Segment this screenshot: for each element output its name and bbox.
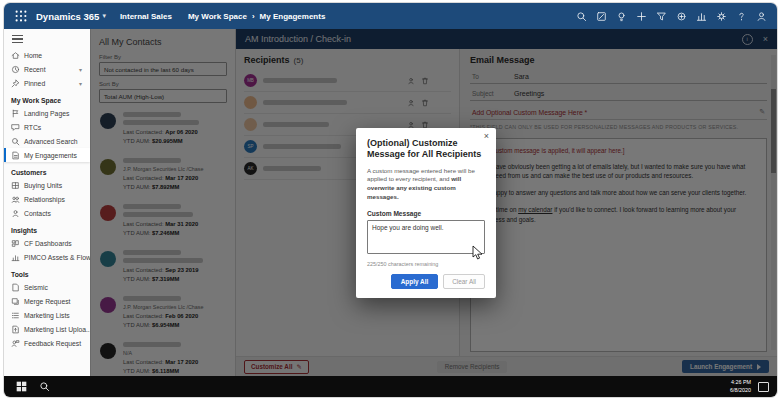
quick-create-plus-icon[interactable]	[635, 10, 647, 22]
sidebar-item-label: Pinned	[24, 80, 45, 87]
assets-chart-icon	[11, 253, 20, 262]
top-nav-bar: Dynamics 365 ▾ Internal Sales My Work Sp…	[4, 3, 777, 29]
clock[interactable]: 4:26 PM6/8/2020	[730, 379, 751, 394]
breadcrumb-parent[interactable]: My Work Space	[188, 12, 247, 21]
search-icon	[11, 137, 20, 146]
sidebar-item-feedback-request[interactable]: Feedback Request	[4, 336, 90, 350]
sidebar-item-label: Home	[24, 52, 42, 59]
feedback-icon	[11, 339, 20, 348]
landing-pages-icon	[11, 109, 20, 118]
dialog-description: A custom message entered here will be ap…	[367, 167, 485, 203]
breadcrumb-separator-icon: ›	[252, 12, 255, 21]
sidebar-item-contacts[interactable]: Contacts	[4, 206, 90, 220]
sidebar-item-my-engagements[interactable]: My Engagements	[4, 148, 90, 162]
merge-icon	[11, 297, 20, 306]
sidebar-item-pimco-assets-flows[interactable]: PIMCO Assets & Flows	[4, 250, 90, 264]
customize-message-dialog: × (Optional) Customize Message for All R…	[356, 128, 496, 298]
topbar-actions	[575, 10, 777, 22]
waffle-icon[interactable]	[14, 9, 28, 23]
sidebar-item-marketing-lists[interactable]: Marketing Lists	[4, 308, 90, 322]
taskbar-search-icon[interactable]	[39, 381, 50, 392]
sidebar-item-label: Recent	[24, 66, 46, 73]
sidebar-item-label: Contacts	[24, 210, 51, 217]
sidebar-section-tools: Tools	[4, 264, 90, 280]
help-icon[interactable]	[735, 10, 747, 22]
notification-center-icon[interactable]	[758, 382, 769, 392]
sidebar-item-relationships[interactable]: Relationships	[4, 192, 90, 206]
sidebar-toggle-icon[interactable]	[12, 35, 23, 43]
sidebar-section-customers: Customers	[4, 162, 90, 178]
sidebar-item-label: RTCs	[24, 124, 41, 131]
lists-icon	[11, 311, 20, 320]
sidebar-item-label: Marketing List Uploa...	[24, 326, 91, 333]
sidebar-item-label: Relationships	[24, 196, 65, 203]
settings-gear-icon[interactable]	[715, 10, 727, 22]
chevron-down-icon[interactable]: ▾	[102, 12, 106, 20]
characters-remaining: 225/250 characters remaining	[367, 261, 485, 267]
search-icon[interactable]	[575, 10, 587, 22]
sidebar-item-label: Landing Pages	[24, 110, 69, 117]
pin-icon	[11, 79, 20, 88]
sidebar-section-my-work-space: My Work Space	[4, 90, 90, 106]
sidebar-item-buying-units[interactable]: Buying Units	[4, 178, 90, 192]
upload-icon	[11, 325, 20, 334]
dialog-title: (Optional) Customize Message for All Rec…	[367, 138, 485, 161]
close-icon[interactable]: ×	[484, 132, 489, 141]
mouse-cursor	[472, 245, 483, 264]
breadcrumb-current[interactable]: My Engagements	[260, 12, 326, 21]
sidebar-item-label: Advanced Search	[24, 138, 78, 145]
time: 4:26 PM	[731, 379, 751, 385]
contact-person-icon	[11, 209, 20, 218]
sidebar-item-merge-request[interactable]: Merge Request	[4, 294, 90, 308]
chevron-down-icon[interactable]: ▾	[79, 80, 86, 87]
app-window: Dynamics 365 ▾ Internal Sales My Work Sp…	[3, 2, 778, 398]
windows-taskbar: 4:26 PM6/8/2020	[4, 376, 777, 397]
date: 6/8/2020	[730, 387, 751, 393]
app-name[interactable]: Internal Sales	[120, 12, 172, 21]
clock-icon	[11, 65, 20, 74]
relationships-icon	[11, 195, 20, 204]
product-title[interactable]: Dynamics 365	[36, 11, 99, 22]
chevron-down-icon[interactable]: ▾	[79, 66, 86, 73]
insights-chart-icon[interactable]	[695, 10, 707, 22]
custom-message-label: Custom Message	[367, 210, 485, 217]
sidebar-item-label: Buying Units	[24, 182, 62, 189]
sidebar: Home Recent ▾ Pinned ▾ My Work Space Lan…	[4, 29, 91, 376]
sidebar-item-seismic[interactable]: Seismic	[4, 280, 90, 294]
sidebar-item-home[interactable]: Home	[4, 48, 90, 62]
sidebar-item-label: Merge Request	[24, 298, 70, 305]
sidebar-item-label: Marketing Lists	[24, 312, 70, 319]
screen: Dynamics 365 ▾ Internal Sales My Work Sp…	[0, 0, 780, 400]
chat-icon	[11, 123, 20, 132]
account-icon[interactable]	[755, 10, 767, 22]
dashboards-icon	[11, 239, 20, 248]
apply-all-button[interactable]: Apply All	[391, 274, 438, 289]
engagements-icon	[11, 151, 20, 160]
sidebar-item-cf-dashboards[interactable]: CF Dashboards	[4, 236, 90, 250]
sidebar-item-advanced-search[interactable]: Advanced Search	[4, 134, 90, 148]
breadcrumb: My Work Space › My Engagements	[188, 12, 325, 21]
sync-icon[interactable]	[675, 10, 687, 22]
sidebar-section-insights: Insights	[4, 220, 90, 236]
filter-icon[interactable]	[655, 10, 667, 22]
home-icon	[11, 51, 20, 60]
idea-lightbulb-icon[interactable]	[615, 10, 627, 22]
sidebar-item-landing-pages[interactable]: Landing Pages	[4, 106, 90, 120]
sidebar-item-recent[interactable]: Recent ▾	[4, 62, 90, 76]
sidebar-item-pinned[interactable]: Pinned ▾	[4, 76, 90, 90]
custom-message-textarea[interactable]: Hope you are doing well.	[367, 220, 485, 254]
sidebar-item-label: CF Dashboards	[24, 240, 72, 247]
buying-units-icon	[11, 181, 20, 190]
app-body: Home Recent ▾ Pinned ▾ My Work Space Lan…	[4, 29, 777, 376]
quick-edit-icon[interactable]	[595, 10, 607, 22]
seismic-icon	[11, 283, 20, 292]
clear-all-button[interactable]: Clear All	[443, 274, 485, 289]
sidebar-item-label: Seismic	[24, 284, 48, 291]
start-button-icon[interactable]	[16, 381, 27, 392]
sidebar-item-label: Feedback Request	[24, 340, 81, 347]
sidebar-item-label: PIMCO Assets & Flows	[24, 254, 91, 261]
sidebar-item-label: My Engagements	[24, 152, 77, 159]
sidebar-item-marketing-list-upload[interactable]: Marketing List Uploa...	[4, 322, 90, 336]
sidebar-item-rtcs[interactable]: RTCs	[4, 120, 90, 134]
